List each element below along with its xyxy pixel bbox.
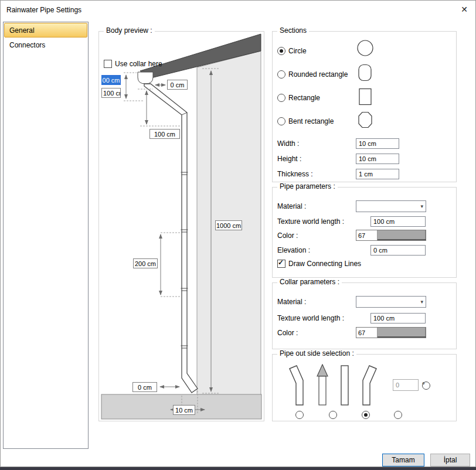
- dim-input-active-value: 00 cm: [102, 76, 120, 84]
- dim-box-second[interactable]: 100 cm: [101, 88, 121, 98]
- pipe-out-taper-icon: [311, 364, 334, 407]
- degree-symbol: °: [422, 381, 425, 389]
- chevron-down-icon: ▾: [420, 203, 423, 209]
- sections-group-label: Sections: [277, 26, 309, 35]
- pipe-material-label: Material :: [277, 202, 306, 210]
- pipe-out-radio-bend-left[interactable]: [295, 411, 304, 419]
- thickness-input[interactable]: 1 cm: [356, 169, 399, 179]
- dialog-window: Rainwater Pipe Settings ✕ General Connec…: [0, 0, 476, 467]
- sidebar-item-general[interactable]: General: [4, 23, 87, 38]
- rectangle-section-icon: [356, 88, 374, 105]
- pipe-material-dropdown[interactable]: ▾: [356, 200, 426, 212]
- pipe-out-radio-straight[interactable]: [362, 411, 370, 419]
- radio-rectangle-button[interactable]: [277, 94, 285, 102]
- pipe-out-side-group: Pipe out side selection : 0 °: [272, 354, 457, 421]
- collar-color-picker[interactable]: 67: [356, 327, 426, 338]
- dim-box-top-offset[interactable]: 0 cm: [167, 80, 188, 90]
- collar-color-label: Color :: [277, 329, 298, 337]
- sidebar-item-connectors[interactable]: Connectors: [4, 38, 87, 52]
- dim-box-out-offset[interactable]: 10 cm: [173, 405, 195, 415]
- cancel-button[interactable]: İptal: [430, 454, 470, 466]
- close-button[interactable]: ✕: [455, 2, 473, 16]
- radio-rectangle[interactable]: Rectangle: [277, 94, 320, 102]
- dim-box-drop-height[interactable]: 100 cm: [149, 129, 180, 139]
- collar-color-index: 67: [356, 328, 378, 338]
- pipe-color-swatch[interactable]: [378, 230, 426, 240]
- circle-section-icon: [356, 39, 374, 57]
- pipe-texture-length-label: Texture world length :: [277, 217, 344, 226]
- collar-color-swatch[interactable]: [378, 328, 426, 338]
- radio-circle[interactable]: Circle: [277, 47, 307, 55]
- chevron-down-icon: ▾: [420, 299, 423, 305]
- sections-group: Sections Circle Rounded rectangle Rectan…: [272, 31, 457, 182]
- dim-box-bottom-elevation[interactable]: 0 cm: [132, 382, 157, 392]
- pipe-parameters-group: Pipe parameters : Material : ▾ Texture w…: [272, 187, 457, 278]
- collar-material-label: Material :: [277, 298, 306, 306]
- collar-texture-length-input[interactable]: 100 cm: [370, 313, 426, 323]
- pipe-elevation-label: Elevation :: [277, 246, 310, 254]
- draw-connecting-lines-label: Draw Connecting Lines: [288, 260, 361, 268]
- dim-box-segment-length[interactable]: 200 cm: [133, 258, 158, 268]
- body-preview-group: Body preview :: [98, 31, 264, 421]
- pipe-out-radio-bend-right[interactable]: [394, 411, 402, 419]
- pipe-color-index: 67: [356, 230, 378, 240]
- sidebar: General Connectors: [3, 22, 89, 449]
- titlebar: Rainwater Pipe Settings ✕: [1, 1, 475, 18]
- radio-rounded-rectangle-label: Rounded rectangle: [288, 70, 348, 79]
- dim-input-active[interactable]: 00 cm: [101, 75, 121, 85]
- ok-button[interactable]: Tamam: [382, 454, 424, 466]
- collar-material-dropdown[interactable]: ▾: [356, 296, 426, 308]
- height-label: Height :: [277, 155, 301, 163]
- use-collar-checkbox-box[interactable]: [104, 60, 112, 68]
- gutter-shape: [138, 72, 153, 84]
- collar-texture-length-label: Texture world length :: [277, 314, 344, 322]
- use-collar-checkbox[interactable]: Use collar here: [104, 60, 162, 68]
- rounded-rectangle-section-icon: [356, 64, 374, 81]
- height-input[interactable]: 10 cm: [356, 154, 399, 164]
- pipe-color-picker[interactable]: 67: [356, 230, 426, 241]
- radio-circle-button[interactable]: [277, 47, 285, 55]
- pipe-out-side-group-label: Pipe out side selection :: [277, 349, 356, 357]
- dim-box-wall-height[interactable]: 1000 cm: [215, 220, 242, 230]
- use-collar-label: Use collar here: [115, 60, 162, 68]
- pipe-texture-length-input[interactable]: 100 cm: [370, 216, 426, 227]
- radio-rounded-rectangle[interactable]: Rounded rectangle: [277, 70, 348, 79]
- bent-rectangle-section-icon: [356, 111, 374, 129]
- radio-bent-rectangle[interactable]: Bent rectangle: [277, 117, 334, 125]
- pipe-out-bend-left-icon: [288, 364, 310, 407]
- thickness-label: Thickness :: [277, 170, 313, 178]
- pipe-out-straight-icon: [334, 364, 356, 407]
- radio-bent-rectangle-button[interactable]: [277, 117, 285, 125]
- window-title: Rainwater Pipe Settings: [6, 6, 81, 14]
- pipe-parameters-group-label: Pipe parameters :: [277, 182, 338, 190]
- close-icon: ✕: [461, 5, 468, 14]
- pipe-elevation-input[interactable]: 0 cm: [370, 245, 426, 256]
- pipe-out-angle-input[interactable]: 0: [393, 379, 419, 391]
- taskbar-edge: [0, 467, 476, 470]
- radio-circle-label: Circle: [288, 47, 307, 55]
- check-icon: ✓: [278, 258, 284, 267]
- pipe-out-bend-right-icon: [356, 364, 378, 407]
- draw-connecting-lines-checkbox-box[interactable]: ✓: [277, 260, 285, 268]
- width-label: Width :: [277, 139, 299, 148]
- radio-bent-rectangle-label: Bent rectangle: [288, 117, 334, 125]
- pipe-out-radio-taper[interactable]: [329, 411, 337, 419]
- radio-rounded-rectangle-button[interactable]: [277, 70, 285, 79]
- pipe-color-label: Color :: [277, 231, 298, 240]
- radio-rectangle-label: Rectangle: [288, 94, 320, 102]
- width-input[interactable]: 10 cm: [356, 138, 399, 149]
- collar-parameters-group: Collar parameters : Material : ▾ Texture…: [272, 282, 457, 349]
- collar-parameters-group-label: Collar parameters :: [277, 278, 342, 286]
- draw-connecting-lines-checkbox[interactable]: ✓ Draw Connecting Lines: [277, 260, 361, 268]
